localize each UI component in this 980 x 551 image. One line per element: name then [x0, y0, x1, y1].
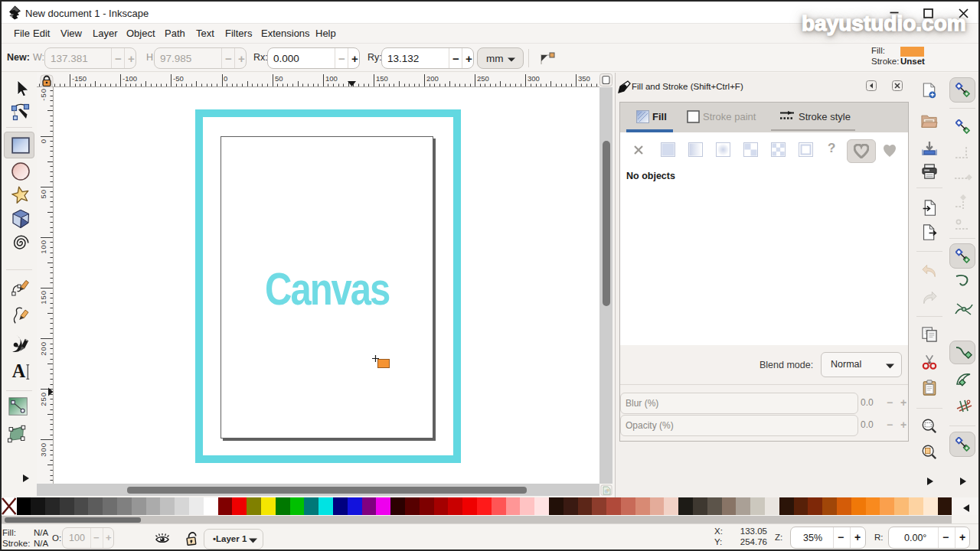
- svg-text:A: A: [12, 362, 26, 381]
